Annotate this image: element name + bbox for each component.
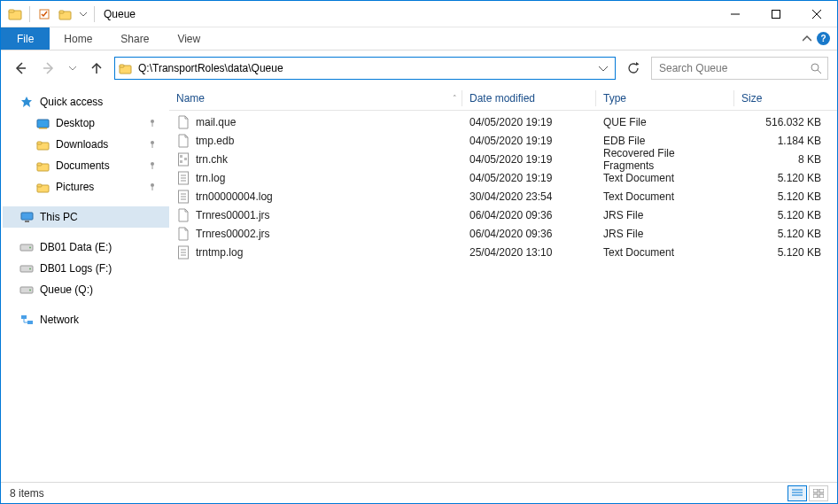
file-name: mail.que: [196, 116, 236, 128]
tree-quick-item[interactable]: Downloads: [3, 134, 169, 155]
ribbon-collapse-icon[interactable]: [803, 35, 811, 43]
navigation-pane[interactable]: Quick access DesktopDownloadsDocumentsPi…: [1, 86, 169, 482]
search-box[interactable]: [651, 57, 828, 80]
search-input[interactable]: [657, 61, 811, 75]
tree-drive-item[interactable]: DB01 Data (E:): [3, 236, 169, 258]
file-type: Text Document: [596, 172, 733, 184]
svg-rect-65: [819, 489, 824, 492]
file-icon: [176, 208, 190, 222]
file-type: JRS File: [596, 209, 733, 221]
file-name: trn00000004.log: [196, 190, 273, 203]
file-date: 04/05/2020 19:19: [462, 116, 595, 128]
file-row[interactable]: trn.log04/05/2020 19:19Text Document5.12…: [169, 168, 837, 187]
close-button[interactable]: [796, 1, 837, 27]
svg-rect-48: [180, 160, 182, 163]
tree-label: Documents: [56, 159, 110, 172]
file-row[interactable]: Trnres00001.jrs06/04/2020 09:36JRS File5…: [169, 205, 837, 224]
tree-label: Queue (Q:): [40, 283, 93, 296]
file-row[interactable]: mail.que04/05/2020 19:19QUE File516.032 …: [169, 112, 837, 131]
qat-dropdown-icon[interactable]: [78, 5, 89, 23]
file-date: 06/04/2020 09:36: [462, 228, 595, 240]
svg-rect-47: [184, 158, 187, 160]
file-icon: [176, 227, 190, 241]
sort-indicator-icon: ˄: [453, 94, 457, 103]
pin-icon: [148, 161, 157, 170]
ribbon-tab-view[interactable]: View: [163, 27, 214, 50]
view-details-button[interactable]: [788, 485, 807, 501]
file-name: trn.chk: [196, 153, 228, 166]
nav-up-button[interactable]: [86, 58, 107, 79]
file-list-pane: Name ˄ Date modified Type Size mail.que0…: [169, 86, 837, 482]
svg-point-27: [151, 162, 154, 166]
column-header-name[interactable]: Name ˄: [169, 92, 462, 105]
file-icon: [176, 245, 190, 260]
tree-quick-item[interactable]: Pictures: [3, 176, 169, 198]
svg-point-31: [151, 183, 154, 187]
pin-icon: [148, 119, 157, 128]
file-row[interactable]: tmp.edb04/05/2020 19:19EDB File1.184 KB: [169, 131, 837, 150]
view-large-icons-button[interactable]: [809, 485, 828, 501]
svg-rect-34: [25, 221, 29, 222]
title-bar: Queue: [1, 1, 837, 27]
tree-quick-item[interactable]: Documents: [3, 155, 169, 176]
help-icon[interactable]: ?: [817, 32, 830, 45]
file-icon: [176, 190, 190, 204]
ribbon-tab-share[interactable]: Share: [106, 27, 163, 50]
file-type: Recovered File Fragments: [596, 147, 733, 172]
file-type: Text Document: [596, 246, 733, 259]
column-header-date[interactable]: Date modified: [462, 92, 595, 105]
file-row[interactable]: trntmp.log25/04/2020 13:10Text Document5…: [169, 243, 837, 261]
nav-forward-button[interactable]: [38, 58, 59, 79]
folder-icon: [35, 139, 50, 151]
minimize-button[interactable]: [715, 1, 756, 27]
ribbon-tab-file[interactable]: File: [1, 27, 50, 50]
file-size: 1.184 KB: [734, 135, 837, 147]
tree-this-pc[interactable]: This PC: [3, 206, 169, 228]
file-row[interactable]: Trnres00002.jrs06/04/2020 09:36JRS File5…: [169, 224, 837, 243]
tree-quick-access[interactable]: Quick access: [3, 91, 169, 112]
address-bar[interactable]: [114, 57, 616, 80]
svg-rect-13: [120, 65, 124, 67]
file-icon: [176, 134, 190, 148]
qat-new-folder-icon[interactable]: [57, 5, 74, 23]
svg-rect-64: [813, 489, 818, 492]
file-list[interactable]: mail.que04/05/2020 19:19QUE File516.032 …: [169, 111, 837, 482]
file-size: 5.120 KB: [734, 190, 837, 203]
file-size: 5.120 KB: [734, 209, 837, 221]
nav-back-button[interactable]: [10, 58, 31, 79]
address-dropdown-icon[interactable]: [595, 64, 611, 73]
file-size: 5.120 KB: [734, 172, 837, 184]
column-header-size[interactable]: Size: [734, 92, 837, 105]
drive-icon: [19, 284, 35, 295]
nav-recent-dropdown[interactable]: [66, 58, 79, 79]
svg-rect-18: [39, 128, 47, 129]
tree-quick-item[interactable]: Desktop: [3, 112, 169, 134]
tree-label: Network: [40, 314, 79, 326]
tree-drive-item[interactable]: DB01 Logs (F:): [3, 258, 169, 279]
file-row[interactable]: trn00000004.log30/04/2020 23:54Text Docu…: [169, 187, 837, 205]
tree-network[interactable]: Network: [3, 309, 169, 330]
svg-rect-4: [59, 11, 64, 13]
pc-icon: [19, 211, 35, 223]
column-headers: Name ˄ Date modified Type Size: [169, 86, 837, 111]
refresh-button[interactable]: [623, 58, 644, 79]
tree-drive-item[interactable]: Queue (Q:): [3, 279, 169, 300]
ribbon: File Home Share View ?: [1, 27, 837, 50]
file-type: EDB File: [596, 135, 733, 147]
file-date: 04/05/2020 19:19: [462, 153, 595, 166]
ribbon-tab-home[interactable]: Home: [50, 27, 106, 50]
maximize-button[interactable]: [756, 1, 796, 27]
svg-rect-33: [21, 213, 33, 220]
qat-properties-icon[interactable]: [35, 5, 53, 23]
svg-point-23: [151, 141, 154, 144]
file-name: Trnres00001.jrs: [196, 209, 270, 221]
file-name: tmp.edb: [196, 135, 234, 147]
address-input[interactable]: [136, 61, 595, 75]
svg-rect-6: [772, 10, 780, 18]
folder-icon: [35, 118, 50, 129]
file-row[interactable]: trn.chk04/05/2020 19:19Recovered File Fr…: [169, 150, 837, 168]
file-date: 25/04/2020 13:10: [462, 246, 595, 259]
column-header-type[interactable]: Type: [596, 92, 733, 105]
svg-point-40: [29, 290, 31, 291]
status-bar: 8 items: [1, 482, 837, 503]
